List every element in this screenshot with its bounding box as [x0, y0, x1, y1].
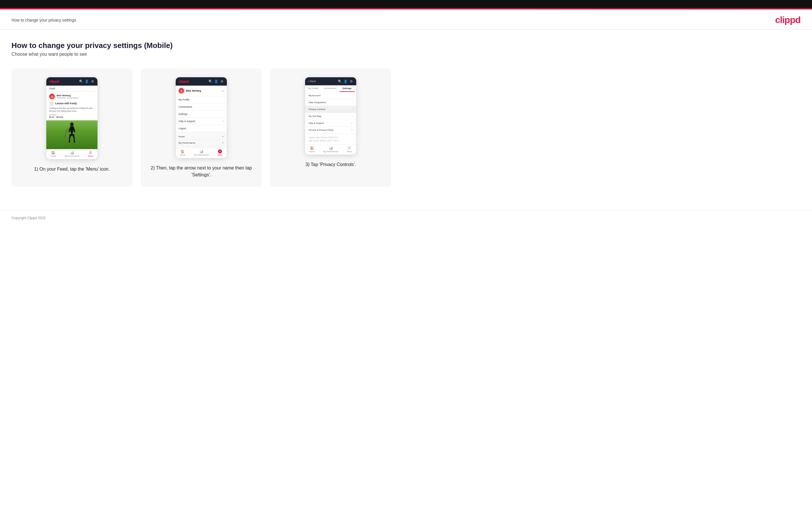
step-3-card: < Back 🔍 👤 ⚙ My Profile Connections — [270, 68, 391, 187]
version-line-2: SQL Server Version: 2022.7.30-1 — [308, 139, 353, 142]
nav-home-2: 🏠 Home — [180, 150, 186, 156]
chevron-right-golf: › — [352, 115, 353, 117]
settings-icon-3: ⚙ — [349, 79, 353, 83]
phone-bottom-nav-3: 🏠 Home 📊 My Performance ☰ Menu — [305, 145, 356, 155]
tab-settings[interactable]: Settings — [340, 85, 355, 92]
main-content: How to change your privacy settings (Mob… — [0, 30, 403, 204]
screen3-back-bar: < Back 🔍 👤 ⚙ — [305, 77, 356, 85]
external-icon: ↗ — [222, 120, 224, 123]
chevron-right-account: › — [352, 94, 353, 97]
step-2-card: clippd 🔍 👤 ⚙ B Blair McHarg — [141, 68, 262, 187]
phone-bottom-nav-2: 🏠 Home 📊 My Performance ✕ Menu — [176, 148, 227, 158]
chevron-up-icon: ▲ — [222, 90, 224, 92]
nav-menu-3[interactable]: ☰ Menu — [347, 146, 352, 153]
settings-tabs: My Profile Connections Settings — [305, 85, 356, 92]
step-1-card: clippd 🔍 👤 ⚙ Feed B Blair — [11, 68, 132, 187]
phone-icons-3: 🔍 👤 ⚙ — [338, 79, 353, 83]
feed-description: Looking to feel like my hands are exitin… — [49, 107, 95, 113]
phone-topbar-2: clippd 🔍 👤 ⚙ — [176, 77, 227, 86]
close-menu-button[interactable]: ✕ — [218, 149, 222, 153]
menu-avatar: B — [179, 88, 184, 94]
phone-logo-1: clippd — [49, 79, 59, 83]
svg-point-0 — [70, 122, 73, 126]
phone-mockup-1: clippd 🔍 👤 ⚙ Feed B Blair — [46, 77, 98, 159]
menu-user-row: B Blair McHarg ▲ — [176, 86, 227, 96]
menu-item-settings[interactable]: Settings — [176, 111, 227, 118]
menu-icon: ☰ — [89, 151, 92, 155]
search-icon: 🔍 — [79, 79, 83, 83]
settings-golf-bag[interactable]: My Golf Bag › — [305, 113, 356, 120]
back-button[interactable]: < Back — [308, 80, 316, 83]
external-icon-help: ↗ — [351, 122, 353, 124]
menu-item-profile[interactable]: My Profile — [176, 96, 227, 103]
version-line-1: Clippd Client Version: 2022.8.3-3 — [308, 136, 353, 139]
feed-post-header: B Blair McHarg Yesterday · Sunningdale — [49, 94, 95, 99]
phone-mockup-3: < Back 🔍 👤 ⚙ My Profile Connections — [305, 77, 357, 155]
user-icon-3: 👤 — [344, 79, 348, 83]
feed-post: B Blair McHarg Yesterday · Sunningdale 📋… — [46, 92, 98, 120]
feed-author-location: Yesterday · Sunningdale — [57, 97, 79, 99]
chevron-right-privacy: › — [352, 108, 353, 111]
feed-author-name: Blair McHarg — [57, 94, 79, 97]
nav-menu-close[interactable]: ✕ Menu — [217, 149, 222, 156]
performance-icon-3: 📊 — [329, 146, 333, 150]
menu-section-performance[interactable]: My Performance ▼ — [179, 140, 224, 146]
footer: Copyright Clippd 2022 — [0, 210, 812, 226]
phone-icons-1: 🔍 👤 ⚙ — [79, 79, 95, 83]
settings-my-account[interactable]: My Account › — [305, 92, 356, 99]
tab-my-profile[interactable]: My Profile — [305, 85, 321, 92]
home-icon-2: 🏠 — [181, 150, 185, 153]
nav-home-3: 🏠 Home — [309, 146, 315, 153]
settings-help[interactable]: Help & Support ↗ — [305, 120, 356, 127]
feed-lesson-row: 📋 Lesson with Fordy — [49, 101, 95, 106]
chevron-down-icon-2: ▼ — [222, 142, 224, 144]
tab-connections[interactable]: Connections — [321, 85, 340, 92]
nav-performance-1: 📊 My Performance — [65, 151, 80, 157]
menu-icon-3: ☰ — [348, 146, 351, 150]
menu-user-name: Blair McHarg — [186, 89, 201, 92]
menu-overlay: B Blair McHarg ▲ My Profile Connections … — [176, 86, 227, 148]
feed-avatar: B — [49, 94, 55, 99]
phone-mockup-2: clippd 🔍 👤 ⚙ B Blair McHarg — [175, 77, 227, 158]
home-icon: 🏠 — [51, 151, 55, 155]
settings-data-integrations[interactable]: Data Integrations › — [305, 99, 356, 106]
chevron-down-icon: ▼ — [222, 135, 224, 138]
menu-item-help[interactable]: Help & Support ↗ — [176, 118, 227, 125]
feed-lesson-title: Lesson with Fordy — [55, 102, 77, 105]
page-heading: How to change your privacy settings (Mob… — [11, 41, 391, 50]
performance-icon: 📊 — [70, 151, 74, 155]
logo: clippd — [775, 15, 801, 25]
home-icon-3: 🏠 — [310, 146, 314, 150]
settings-privacy-controls[interactable]: Privacy Controls › — [305, 106, 356, 113]
menu-item-logout[interactable]: Logout — [176, 125, 227, 132]
nav-home-1: 🏠 Home — [51, 151, 56, 157]
page-subheading: Choose what you want people to see — [11, 52, 391, 57]
lesson-icon: 📋 — [49, 101, 54, 106]
feed-duration-val: 01 hr : 30 min — [49, 116, 95, 118]
search-icon-2: 🔍 — [208, 79, 212, 83]
menu-section: Home ▼ My Performance ▼ — [176, 132, 227, 148]
menu-item-connections[interactable]: Connections — [176, 103, 227, 111]
feed-duration-label: Duration — [49, 114, 95, 116]
settings-list: My Account › Data Integrations › Privacy… — [305, 92, 356, 133]
chevron-right-integrations: › — [352, 101, 353, 104]
user-icon-2: 👤 — [214, 79, 218, 83]
header: How to change your privacy settings clip… — [0, 9, 812, 30]
settings-privacy-policy[interactable]: Service & Privacy Policy ↗ — [305, 127, 356, 133]
phone-logo-2: clippd — [179, 79, 189, 83]
nav-performance-3: 📊 My Performance — [323, 146, 338, 153]
top-bar — [0, 0, 812, 8]
copyright-text: Copyright Clippd 2022 — [11, 216, 46, 220]
menu-section-home[interactable]: Home ▼ — [179, 133, 224, 140]
golfer-silhouette — [63, 122, 81, 149]
header-title: How to change your privacy settings — [11, 18, 76, 22]
nav-menu-1[interactable]: ☰ Menu — [88, 151, 93, 157]
settings-icon: ⚙ — [91, 79, 95, 83]
step-3-caption: 3) Tap 'Privacy Controls'. — [305, 161, 356, 168]
version-info: Clippd Client Version: 2022.8.3-3 SQL Se… — [305, 133, 356, 145]
step-1-caption: 1) On your Feed, tap the 'Menu' icon. — [34, 166, 109, 173]
golf-image — [46, 120, 98, 149]
nav-performance-2: 📊 My Performance — [194, 150, 209, 156]
steps-container: clippd 🔍 👤 ⚙ Feed B Blair — [11, 68, 391, 187]
user-icon: 👤 — [85, 79, 89, 83]
